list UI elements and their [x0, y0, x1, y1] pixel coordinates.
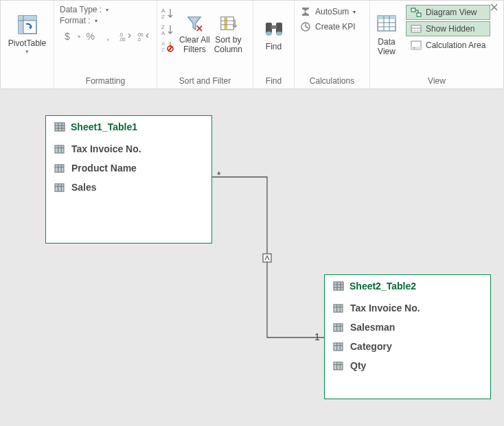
find-button[interactable]: Find: [259, 3, 289, 65]
field-row[interactable]: Tax Invoice No.: [53, 139, 205, 158]
sort-desc-button[interactable]: ZA: [160, 23, 176, 38]
svg-text:A: A: [161, 40, 165, 47]
svg-rect-74: [334, 342, 343, 350]
svg-text:A: A: [161, 8, 165, 14]
column-icon: [54, 145, 65, 154]
svg-rect-49: [55, 145, 64, 152]
find-label: Find: [266, 42, 282, 51]
field-label: Tax Invoice No.: [71, 143, 141, 154]
data-type-label: Data Type :: [60, 5, 102, 14]
calc-area-label: Calculation Area: [426, 40, 485, 50]
calculation-area-button[interactable]: Calculation Area: [406, 38, 490, 53]
field-row[interactable]: Product Name: [53, 158, 205, 178]
clear-filter-icon: [185, 14, 203, 32]
autosum-label: AutoSum: [315, 7, 349, 16]
field-label: Category: [350, 341, 392, 352]
decrease-decimal-button[interactable]: .00.0: [136, 29, 151, 43]
show-hidden-button[interactable]: Show Hidden: [406, 21, 490, 36]
field-label: Tax Invoice No.: [350, 303, 420, 313]
column-icon: [333, 323, 343, 332]
data-view-icon: [376, 12, 398, 34]
show-hidden-icon: [411, 24, 422, 34]
svg-point-27: [266, 32, 272, 36]
diagram-view-button[interactable]: Diagram View: [406, 5, 490, 20]
field-row[interactable]: Tax Invoice No.: [332, 298, 483, 318]
diagram-view-label: Diagram View: [426, 8, 477, 17]
pivot-icon: [16, 14, 38, 36]
table-card-sheet1[interactable]: Sheet1_Table1 Tax Invoice No. Product Na…: [45, 115, 212, 244]
close-icon[interactable]: ×: [490, 0, 499, 15]
field-label: Sales: [71, 182, 97, 193]
group-label: [3, 75, 51, 87]
sort-by-column-button[interactable]: Sort by Column: [213, 3, 244, 65]
sort-group-label: Sort and Filter: [160, 75, 250, 87]
field-label: Salesman: [350, 322, 395, 333]
sort-asc-button[interactable]: AZ: [160, 6, 176, 21]
field-label: Product Name: [71, 163, 137, 174]
field-label: Qty: [350, 360, 366, 371]
svg-text:A: A: [161, 30, 165, 36]
svg-rect-44: [55, 123, 65, 131]
comma-button[interactable]: ,: [101, 29, 116, 43]
create-kpi-button[interactable]: Create KPI: [300, 21, 356, 32]
relationship-one: 1: [314, 331, 320, 342]
svg-rect-31: [378, 16, 396, 19]
svg-rect-2: [19, 16, 23, 34]
table-icon: [333, 281, 344, 291]
column-icon: [54, 164, 65, 173]
kpi-icon: [300, 21, 311, 32]
svg-text:Z: Z: [161, 47, 165, 53]
svg-rect-57: [55, 183, 64, 191]
autosum-button[interactable]: AutoSum ▾: [300, 6, 356, 17]
format-label: Format :: [60, 16, 91, 25]
field-row[interactable]: Qty: [332, 356, 483, 375]
data-type-row[interactable]: Data Type : ▾: [60, 5, 151, 14]
data-view-button[interactable]: Data View: [373, 3, 400, 65]
sigma-icon: [300, 6, 311, 17]
sort-column-icon: [219, 14, 237, 32]
svg-rect-37: [417, 13, 421, 16]
svg-rect-53: [55, 164, 64, 171]
diagram-icon: [411, 8, 422, 17]
percent-button[interactable]: %: [83, 29, 98, 43]
table-title: Sheet1_Table1: [71, 121, 137, 132]
relationship-many: *: [217, 169, 220, 180]
column-icon: [333, 362, 343, 370]
formatting-group-label: Formatting: [57, 75, 154, 87]
calc-group-label: Calculations: [297, 75, 367, 87]
column-icon: [333, 342, 343, 351]
clear-all-filters-label: Clear All Filters: [179, 35, 210, 55]
clear-all-filters-button[interactable]: Clear All Filters: [178, 3, 211, 65]
svg-rect-26: [271, 25, 277, 29]
svg-text:.0: .0: [137, 37, 141, 42]
svg-text:.00: .00: [119, 37, 126, 42]
clear-sort-button[interactable]: AZ: [160, 39, 176, 54]
table-title: Sheet2_Table2: [350, 281, 416, 292]
svg-rect-36: [411, 8, 415, 12]
svg-text:Z: Z: [161, 24, 165, 30]
format-row[interactable]: Format : ▾: [60, 16, 151, 25]
svg-rect-70: [334, 323, 343, 331]
field-row[interactable]: Salesman: [332, 318, 483, 337]
table-card-sheet2[interactable]: Sheet2_Table2 Tax Invoice No. Salesman C…: [324, 274, 491, 399]
svg-text:Z: Z: [161, 14, 165, 20]
svg-text:.00: .00: [137, 32, 144, 37]
pivottable-button[interactable]: PivotTable ▾: [4, 3, 50, 65]
pivottable-label: PivotTable: [8, 38, 46, 48]
calc-area-icon: [411, 40, 422, 50]
svg-rect-78: [334, 362, 343, 369]
svg-rect-43: [263, 254, 271, 262]
currency-button[interactable]: $: [60, 29, 75, 43]
field-row[interactable]: Sales: [53, 178, 205, 197]
ribbon: PivotTable ▾ Data Type : ▾ Format : ▾ $▾…: [0, 0, 504, 89]
field-row[interactable]: Category: [332, 337, 483, 356]
column-icon: [54, 183, 65, 192]
svg-rect-21: [225, 16, 228, 29]
create-kpi-label: Create KPI: [315, 22, 356, 32]
svg-point-28: [276, 32, 282, 36]
diagram-canvas[interactable]: * 1 Sheet1_Table1 Tax Invoice No. Produc…: [0, 90, 504, 426]
sort-by-column-label: Sort by Column: [214, 35, 242, 55]
column-icon: [333, 304, 343, 313]
increase-decimal-button[interactable]: .0.00: [118, 29, 133, 43]
svg-rect-66: [334, 304, 343, 311]
